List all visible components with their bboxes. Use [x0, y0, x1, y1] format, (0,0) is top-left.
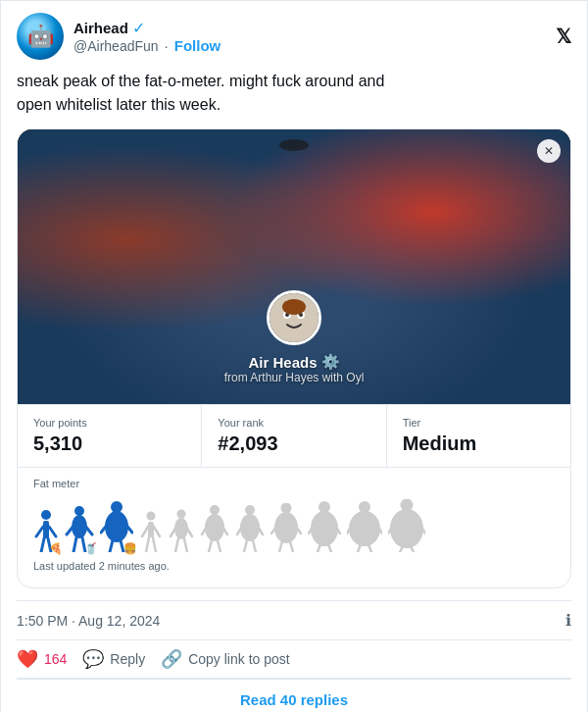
- svg-line-40: [209, 540, 212, 552]
- food-badge-3: 🍔: [123, 543, 137, 554]
- verified-icon: ✓: [132, 19, 145, 37]
- avatar-image: 🤖: [17, 13, 64, 60]
- svg-point-36: [210, 505, 220, 515]
- figure-11: [388, 499, 425, 552]
- svg-point-42: [245, 505, 255, 515]
- fat-meter-section: Fat meter 🍕: [18, 467, 570, 587]
- nft-avatar-image: [270, 293, 318, 342]
- author-handle: @AirheadFun: [74, 38, 159, 54]
- tweet-card: ✕: [17, 128, 571, 588]
- figure-8-svg: [270, 503, 302, 552]
- author-name-row: Airhead ✓: [74, 19, 220, 37]
- reply-icon: 💬: [82, 648, 104, 670]
- reply-label: Reply: [110, 651, 145, 667]
- svg-point-24: [147, 512, 156, 521]
- card-overlay: Air Heads ⚙️ from Arthur Hayes with Oyl: [18, 290, 570, 404]
- svg-line-22: [110, 540, 113, 552]
- svg-rect-25: [148, 522, 154, 537]
- figure-1: 🍕: [33, 509, 59, 552]
- svg-line-64: [358, 544, 361, 552]
- link-icon: 🔗: [161, 648, 182, 670]
- svg-point-43: [240, 514, 260, 541]
- figure-7-svg: [235, 505, 265, 552]
- figure-6: [200, 505, 229, 552]
- tweet-container: 🤖 Airhead ✓ @AirheadFun · Follow 𝕏 sneak…: [0, 0, 588, 712]
- figure-7: [235, 505, 265, 552]
- svg-line-16: [74, 537, 76, 552]
- svg-point-67: [390, 509, 423, 548]
- figure-8: [270, 503, 302, 552]
- figure-9: [308, 501, 341, 552]
- reply-action[interactable]: 💬 Reply: [82, 648, 145, 670]
- svg-line-29: [153, 537, 156, 552]
- x-logo[interactable]: 𝕏: [556, 25, 571, 48]
- figure-3: 🍔: [100, 501, 133, 552]
- svg-line-34: [175, 538, 178, 552]
- last-updated: Last updated 2 minutes ago.: [33, 560, 555, 572]
- tier-label: Tier: [403, 417, 555, 429]
- points-value: 5,310: [33, 432, 185, 455]
- author-info: Airhead ✓ @AirheadFun · Follow: [74, 19, 220, 54]
- heart-count: 164: [44, 651, 67, 667]
- nft-avatar: [267, 290, 321, 345]
- tweet-header: 🤖 Airhead ✓ @AirheadFun · Follow 𝕏: [17, 13, 571, 60]
- svg-rect-7: [43, 521, 49, 538]
- info-icon[interactable]: ℹ: [565, 611, 571, 630]
- svg-line-10: [41, 538, 44, 552]
- figure-5-svg: [169, 509, 194, 552]
- svg-line-26: [142, 527, 148, 536]
- stat-tier: Tier Medium: [387, 405, 570, 467]
- tweet-text-line1: sneak peak of the fat-o-meter. might fuc…: [17, 73, 384, 89]
- svg-point-5: [282, 299, 306, 315]
- card-close-button[interactable]: ✕: [537, 139, 561, 163]
- action-row: ❤️ 164 💬 Reply 🔗 Copy link to post: [17, 639, 571, 679]
- svg-line-35: [184, 538, 187, 552]
- svg-line-28: [146, 537, 149, 552]
- svg-line-70: [400, 546, 403, 552]
- svg-point-12: [74, 506, 84, 516]
- figure-10: [347, 501, 382, 552]
- fat-meter-label: Fat meter: [33, 478, 555, 489]
- svg-line-8: [36, 527, 43, 536]
- figures-row: 🍕 🥤: [33, 499, 555, 552]
- svg-point-61: [349, 511, 380, 546]
- read-replies-button[interactable]: Read 40 replies: [17, 679, 571, 712]
- svg-line-47: [253, 540, 256, 552]
- rank-value: #2,093: [218, 432, 369, 455]
- figure-6-svg: [200, 505, 229, 552]
- food-badge-1: 🍕: [49, 543, 63, 554]
- svg-line-65: [368, 544, 371, 552]
- stat-points: Your points 5,310: [18, 405, 202, 467]
- svg-point-55: [311, 511, 338, 546]
- figure-4-svg: [139, 511, 163, 552]
- tweet-text-line2: open whitelist later this week.: [17, 96, 220, 113]
- figure-4: [139, 511, 163, 552]
- figure-9-svg: [308, 501, 341, 552]
- tier-value: Medium: [403, 432, 555, 455]
- stat-rank: Your rank #2,093: [202, 405, 386, 467]
- avatar[interactable]: 🤖: [17, 13, 64, 60]
- heart-action[interactable]: ❤️ 164: [17, 648, 67, 670]
- tweet-footer: 1:50 PM · Aug 12, 2024 ℹ ❤️ 164 💬 Reply …: [17, 600, 571, 712]
- svg-line-53: [290, 541, 293, 552]
- follow-button[interactable]: Follow: [174, 37, 221, 54]
- svg-line-52: [279, 541, 282, 552]
- figure-10-svg: [347, 501, 382, 552]
- author-handle-row: @AirheadFun · Follow: [74, 37, 220, 54]
- card-project-name: Air Heads ⚙️: [248, 353, 339, 371]
- tweet-timestamp: 1:50 PM · Aug 12, 2024: [17, 613, 160, 629]
- svg-line-41: [218, 540, 220, 552]
- copy-link-action[interactable]: 🔗 Copy link to post: [161, 648, 290, 670]
- heart-icon: ❤️: [17, 648, 38, 670]
- svg-line-9: [49, 527, 56, 536]
- svg-point-6: [41, 510, 51, 520]
- oval-icon: [279, 139, 309, 151]
- svg-line-27: [154, 527, 160, 536]
- card-verified-icon: ⚙️: [321, 353, 340, 371]
- nft-avatar-svg: [270, 293, 318, 342]
- dot-separator: ·: [165, 37, 169, 54]
- points-label: Your points: [33, 417, 185, 429]
- tweet-author: 🤖 Airhead ✓ @AirheadFun · Follow: [17, 13, 220, 60]
- tweet-meta: 1:50 PM · Aug 12, 2024 ℹ: [17, 611, 571, 630]
- svg-line-71: [411, 546, 414, 552]
